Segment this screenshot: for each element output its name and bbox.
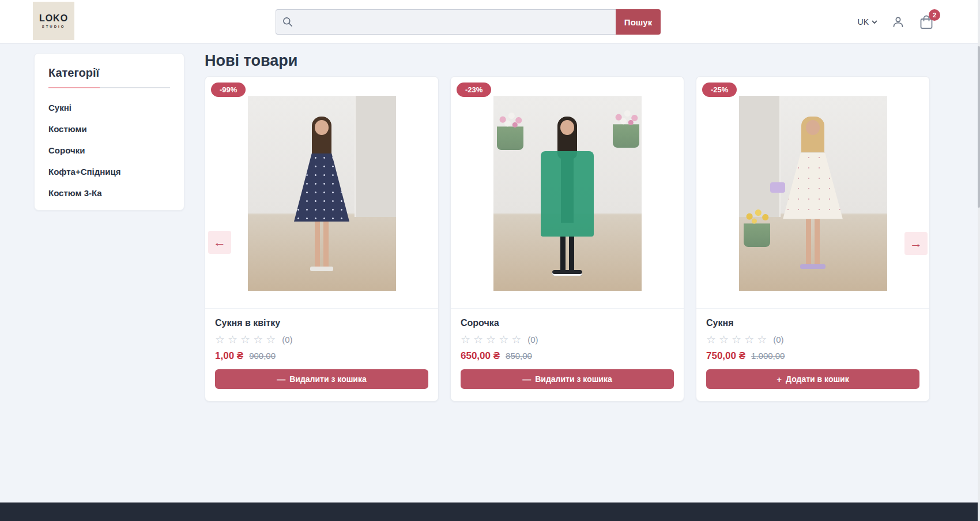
star-icon: ☆ xyxy=(499,334,508,345)
sidebar-title: Категорії xyxy=(48,66,170,80)
footer xyxy=(0,502,980,521)
sidebar-item-kostyum-3ka[interactable]: Костюм 3-Ка xyxy=(48,189,170,198)
minus-icon: — xyxy=(277,374,285,384)
star-icon: ☆ xyxy=(461,334,470,345)
sidebar-item-kostyumy[interactable]: Костюми xyxy=(48,125,170,134)
header-actions: UK 2 xyxy=(858,0,934,44)
search-input[interactable] xyxy=(293,10,616,34)
rating: ☆☆☆☆☆ (0) xyxy=(215,334,428,345)
star-icon: ☆ xyxy=(706,334,716,345)
product-name[interactable]: Сукня xyxy=(706,318,919,328)
chevron-down-icon xyxy=(872,20,877,24)
language-selector[interactable]: UK xyxy=(858,17,877,27)
price: 750,00 ₴ xyxy=(706,350,745,362)
logo-text: LOKO xyxy=(39,13,68,24)
arrow-right-icon: → xyxy=(910,236,922,251)
star-icon: ☆ xyxy=(253,334,263,345)
product-name[interactable]: Сукня в квітку xyxy=(215,318,428,328)
rating-count: (0) xyxy=(527,335,538,344)
logo-subtext: STUDIO xyxy=(42,25,66,28)
old-price: 850,00 xyxy=(506,351,532,361)
button-label: Видалити з кошика xyxy=(535,374,612,384)
rating: ☆☆☆☆☆ (0) xyxy=(706,334,919,345)
remove-from-cart-button[interactable]: — Видалити з кошика xyxy=(215,369,428,389)
product-card: -23% Сорочка ☆☆☆☆☆ (0) 650,00 ₴ 850,00 —… xyxy=(450,76,684,402)
button-label: Додати в кошик xyxy=(786,374,849,384)
star-icon: ☆ xyxy=(486,334,496,345)
button-label: Видалити з кошика xyxy=(289,374,367,384)
product-card: -25% Сукня ☆☆☆☆☆ (0) 750,00 ₴ 1.000,00 +… xyxy=(696,76,930,402)
star-icon: ☆ xyxy=(757,334,767,345)
discount-badge: -99% xyxy=(211,83,246,97)
sidebar-item-sukni[interactable]: Сукні xyxy=(48,103,170,113)
price: 1,00 ₴ xyxy=(215,350,243,362)
star-icon: ☆ xyxy=(215,334,225,345)
product-name[interactable]: Сорочка xyxy=(461,318,674,328)
remove-from-cart-button[interactable]: — Видалити з кошика xyxy=(461,369,674,389)
sidebar-item-sorochky[interactable]: Сорочки xyxy=(48,146,170,155)
old-price: 900,00 xyxy=(249,351,276,361)
product-card: -99% Сукня в квітку ☆☆☆☆☆ (0) 1,00 ₴ 900… xyxy=(205,76,439,402)
carousel-next-button[interactable]: → xyxy=(904,232,928,255)
star-icon: ☆ xyxy=(240,334,250,345)
category-list: Сукні Костюми Сорочки Кофта+Спідниця Кос… xyxy=(48,103,170,198)
page-title: Нові товари xyxy=(205,52,297,70)
cart-count-badge: 2 xyxy=(929,9,940,21)
star-icon: ☆ xyxy=(732,334,741,345)
search-bar: Пошук xyxy=(276,9,661,35)
sidebar-item-kofta-spidnytsia[interactable]: Кофта+Спідниця xyxy=(48,167,170,177)
language-label: UK xyxy=(858,17,869,27)
logo[interactable]: LOKO STUDIO xyxy=(33,2,74,40)
arrow-left-icon: ← xyxy=(213,235,226,250)
star-icon: ☆ xyxy=(228,334,238,345)
sidebar-divider xyxy=(48,87,170,88)
search-button[interactable]: Пошук xyxy=(616,9,661,35)
category-sidebar: Категорії Сукні Костюми Сорочки Кофта+Сп… xyxy=(34,53,184,211)
product-photo[interactable] xyxy=(493,96,642,291)
plus-icon: + xyxy=(777,374,782,384)
carousel-prev-button[interactable]: ← xyxy=(208,231,231,254)
product-photo[interactable] xyxy=(248,96,396,291)
header: LOKO STUDIO Пошук UK 2 xyxy=(0,0,980,44)
rating-count: (0) xyxy=(282,335,292,344)
user-icon xyxy=(891,15,905,29)
discount-badge: -23% xyxy=(457,83,491,97)
minus-icon: — xyxy=(522,374,531,384)
cart-button[interactable]: 2 xyxy=(919,14,934,30)
star-icon: ☆ xyxy=(473,334,483,345)
rating: ☆☆☆☆☆ (0) xyxy=(461,334,674,345)
add-to-cart-button[interactable]: + Додати в кошик xyxy=(706,369,919,389)
product-photo[interactable] xyxy=(739,96,887,291)
scrollbar-thumb[interactable] xyxy=(978,46,980,208)
star-icon: ☆ xyxy=(744,334,754,345)
account-button[interactable] xyxy=(891,15,905,29)
search-icon xyxy=(282,16,293,28)
discount-badge: -25% xyxy=(702,83,737,97)
star-icon: ☆ xyxy=(266,334,276,345)
price: 650,00 ₴ xyxy=(461,350,500,362)
scrollbar[interactable] xyxy=(978,0,980,521)
rating-count: (0) xyxy=(773,335,783,344)
old-price: 1.000,00 xyxy=(751,351,785,361)
star-icon: ☆ xyxy=(719,334,729,345)
star-icon: ☆ xyxy=(511,334,521,345)
search-box xyxy=(276,9,616,35)
